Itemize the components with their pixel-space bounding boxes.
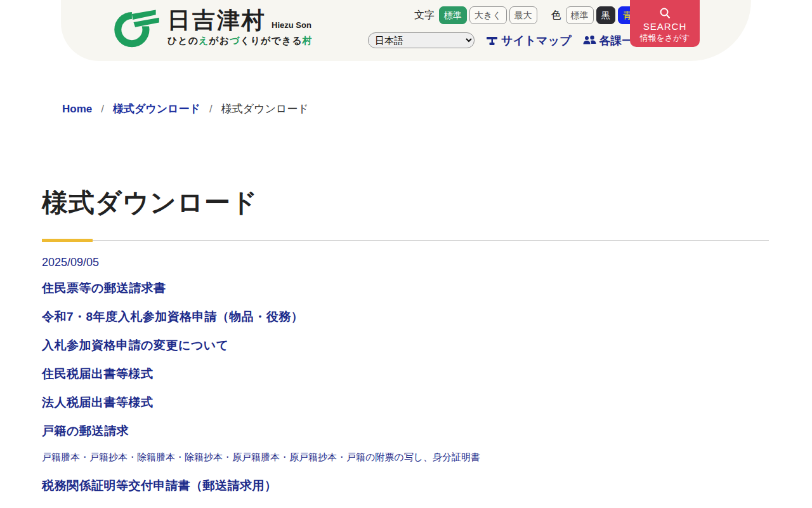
header: 日吉津村 Hiezu Son ひとのえがおづくりができる村 文字 標準 大きく …	[61, 0, 751, 61]
download-link[interactable]: 戸籍の郵送請求	[42, 422, 129, 439]
sitemap-label: サイトマップ	[501, 33, 572, 48]
language-select[interactable]: 日本語	[368, 32, 475, 48]
village-emblem-icon	[113, 4, 162, 52]
breadcrumb-category-link[interactable]: 様式ダウンロード	[113, 102, 200, 116]
accessibility-controls: 文字 標準 大きく 最大 色 標準 黒 青	[410, 6, 639, 24]
people-icon	[583, 35, 596, 46]
download-link-list: 住民票等の郵送請求書 令和7・8年度入札参加資格申請（物品・役務） 入札参加資格…	[42, 279, 770, 494]
page-title: 様式ダウンロード	[42, 187, 770, 218]
breadcrumb-current-page: 様式ダウンロード	[221, 102, 309, 116]
download-link[interactable]: 入札参加資格申請の変更について	[42, 337, 229, 354]
breadcrumb-home-link[interactable]: Home	[62, 103, 92, 116]
download-link[interactable]: 住民票等の郵送請求書	[42, 279, 166, 297]
color-standard-button[interactable]: 標準	[566, 6, 594, 24]
site-tagline: ひとのえがおづくりができる村	[167, 35, 313, 47]
font-size-max-button[interactable]: 最大	[509, 6, 537, 24]
title-accent-bar	[42, 239, 93, 242]
font-size-large-button[interactable]: 大きく	[469, 6, 507, 24]
color-black-button[interactable]: 黒	[596, 6, 615, 24]
search-icon	[658, 7, 671, 20]
title-divider	[42, 239, 769, 242]
font-size-standard-button[interactable]: 標準	[439, 6, 467, 24]
breadcrumb: Home / 様式ダウンロード / 様式ダウンロード	[42, 102, 770, 116]
header-nav: 日本語 サイトマップ 各課一覧	[368, 32, 645, 48]
publish-date: 2025/09/05	[42, 256, 770, 269]
site-name-en: Hiezu Son	[272, 20, 311, 30]
download-link[interactable]: 令和7・8年度入札参加資格申請（物品・役務）	[42, 308, 303, 325]
sitemap-icon	[486, 35, 498, 46]
site-logo[interactable]: 日吉津村 Hiezu Son ひとのえがおづくりができる村	[113, 4, 313, 52]
download-link[interactable]: 法人税届出書等様式	[42, 394, 154, 411]
search-button[interactable]: SEARCH 情報をさがす	[630, 0, 700, 47]
breadcrumb-separator: /	[209, 103, 213, 116]
download-link[interactable]: 税務関係証明等交付申請書（郵送請求用）	[42, 477, 277, 494]
search-button-label: SEARCH	[643, 21, 687, 32]
koseki-note: 戸籍謄本・戸籍抄本・除籍謄本・除籍抄本・原戸籍謄本・原戸籍抄本・戸籍の附票の写し…	[42, 451, 770, 464]
breadcrumb-separator: /	[101, 103, 104, 116]
download-link[interactable]: 住民税届出書等様式	[42, 365, 154, 382]
color-scheme-label: 色	[551, 9, 561, 22]
font-size-label: 文字	[414, 9, 435, 22]
search-button-sublabel: 情報をさがす	[639, 33, 690, 43]
main-content: Home / 様式ダウンロード / 様式ダウンロード 様式ダウンロード 2025…	[0, 61, 812, 505]
sitemap-link[interactable]: サイトマップ	[486, 33, 572, 48]
site-name: 日吉津村	[167, 8, 266, 33]
